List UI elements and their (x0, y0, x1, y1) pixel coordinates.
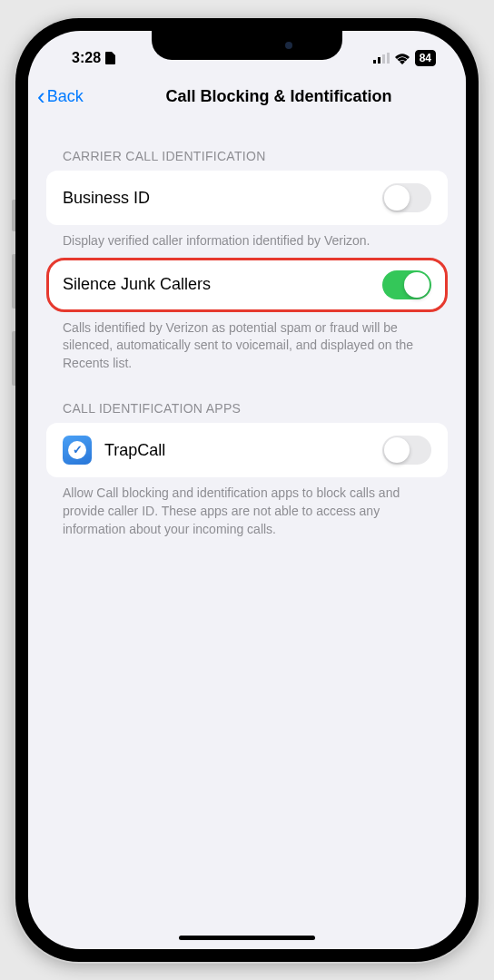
silence-junk-callers-cell[interactable]: Silence Junk Callers (46, 258, 448, 312)
toggle-knob (404, 272, 430, 298)
toggle-knob (384, 185, 410, 211)
front-camera-icon (285, 42, 292, 49)
cellular-signal-icon (373, 53, 390, 64)
business-id-cell[interactable]: Business ID (46, 171, 448, 225)
trapcall-toggle[interactable] (382, 436, 431, 465)
back-button[interactable]: ‹ Back (37, 84, 84, 108)
business-id-label: Business ID (63, 189, 150, 208)
home-indicator[interactable] (179, 936, 315, 940)
side-buttons (12, 200, 15, 408)
trapcall-label: TrapCall (104, 441, 165, 460)
section-header-carrier: CARRIER CALL IDENTIFICATION (46, 118, 448, 171)
apps-footer: Allow Call blocking and identification a… (46, 477, 448, 545)
checkmark-badge-icon (68, 441, 86, 459)
svg-rect-0 (373, 60, 376, 64)
silence-junk-footer: Calls identified by Verizon as potential… (46, 312, 448, 380)
battery-icon: 84 (415, 50, 436, 66)
sim-icon (105, 52, 115, 64)
status-time: 3:28 (72, 50, 101, 66)
page-title: Call Blocking & Identification (99, 87, 459, 106)
navigation-bar: ‹ Back Call Blocking & Identification (28, 74, 466, 118)
svg-rect-2 (382, 54, 385, 64)
wifi-icon (394, 53, 410, 64)
toggle-knob (384, 437, 410, 463)
chevron-left-icon: ‹ (37, 84, 45, 108)
business-id-toggle[interactable] (382, 183, 431, 212)
trapcall-app-icon (63, 436, 92, 465)
silence-junk-label: Silence Junk Callers (63, 275, 211, 294)
svg-rect-3 (387, 53, 390, 64)
silence-junk-toggle[interactable] (382, 270, 431, 299)
section-header-apps: CALL IDENTIFICATION APPS (46, 379, 448, 423)
back-label: Back (47, 87, 84, 106)
business-id-footer: Display verified caller information iden… (46, 225, 448, 258)
notch (152, 31, 342, 60)
phone-frame: 3:28 84 ‹ Back Call Blocking & Identific… (15, 18, 479, 962)
svg-rect-1 (378, 57, 380, 64)
settings-content: CARRIER CALL IDENTIFICATION Business ID … (28, 118, 466, 545)
screen: 3:28 84 ‹ Back Call Blocking & Identific… (28, 31, 466, 949)
trapcall-cell[interactable]: TrapCall (46, 423, 448, 477)
